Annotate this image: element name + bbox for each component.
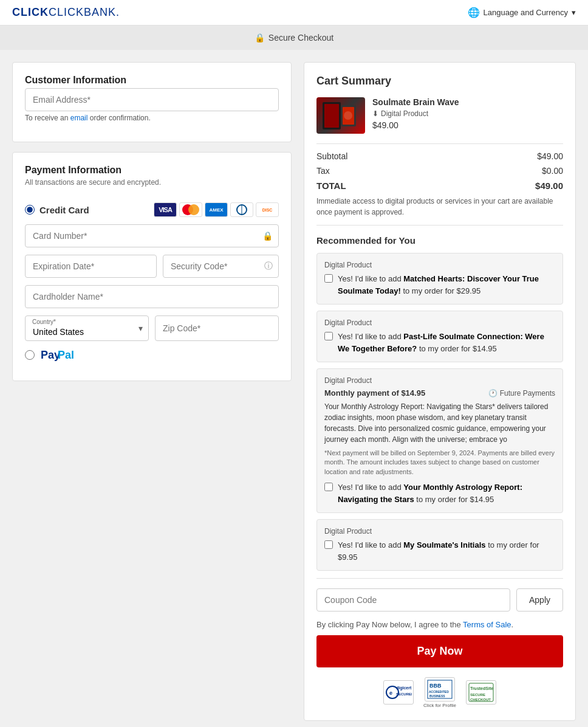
rec-item-4: Digital Product Yes! I'd like to add My … xyxy=(316,519,563,571)
secure-checkout-banner: 🔒 Secure Checkout xyxy=(0,26,588,50)
svg-point-1 xyxy=(188,204,199,215)
email-group: To receive an email order confirmation. xyxy=(25,88,279,122)
card-number-input[interactable] xyxy=(25,224,279,247)
digital-product-tag: ⬇ Digital Product xyxy=(372,109,563,118)
rec-item-2: Digital Product Yes! I'd like to add Pas… xyxy=(316,311,563,362)
bbb-badge: BBB ACCREDITED BUSINESS Click for Profil… xyxy=(423,677,456,708)
rec-item-3-desc: Your Monthly Astrology Report: Navigatin… xyxy=(324,401,555,445)
logo: CLICKCLICKBANK. xyxy=(12,6,120,19)
svg-text:ACCREDITED: ACCREDITED xyxy=(429,690,449,694)
rec-item-3-type: Digital Product xyxy=(324,376,555,385)
rec-item-2-type: Digital Product xyxy=(324,319,555,327)
country-zip-group: Country* United States ▾ xyxy=(25,315,279,341)
product-name: Soulmate Brain Wave xyxy=(372,97,563,107)
mastercard-icon xyxy=(179,202,202,217)
recommended-title: Recommended for You xyxy=(316,235,563,246)
security-wrapper: ⓘ xyxy=(163,255,279,278)
download-icon: ⬇ xyxy=(372,109,378,118)
credit-card-text: Credit Card xyxy=(39,205,89,215)
rec-item-3-checkbox[interactable] xyxy=(324,483,333,491)
cart-summary-title: Cart Summary xyxy=(316,75,563,88)
apply-button[interactable]: Apply xyxy=(516,588,563,612)
product-row: Soulmate Brain Wave ⬇ Digital Product $4… xyxy=(316,97,563,134)
payment-subtitle: All transactions are secure and encrypte… xyxy=(25,178,279,187)
svg-text:e: e xyxy=(389,690,392,696)
rec-item-4-checkbox[interactable] xyxy=(324,540,333,549)
svg-text:BUSINESS: BUSINESS xyxy=(429,694,445,698)
lock-icon: 🔒 xyxy=(255,33,265,43)
coupon-row: Apply xyxy=(316,588,563,612)
header: CLICKCLICKBANK. 🌐 Language and Currency … xyxy=(0,0,588,26)
subtotal-label: Subtotal xyxy=(316,151,347,161)
email-field[interactable] xyxy=(25,88,279,111)
total-line: TOTAL $49.00 xyxy=(316,181,563,191)
trust-badges: e digicert SECURED BBB ACCREDITED BUSINE… xyxy=(316,677,563,708)
rec-item-2-checkbox[interactable] xyxy=(324,332,333,340)
svg-text:BBB: BBB xyxy=(429,683,442,689)
exp-security-group: ⓘ xyxy=(25,255,279,278)
credit-card-label[interactable]: Credit Card xyxy=(25,205,89,215)
diners-icon xyxy=(230,202,253,217)
credit-card-radio[interactable] xyxy=(25,205,35,215)
language-currency-selector[interactable]: 🌐 Language and Currency ▾ xyxy=(468,7,576,18)
svg-text:SECURED: SECURED xyxy=(396,692,412,696)
rec-item-1-type: Digital Product xyxy=(324,261,555,269)
rec-item-4-text: Yes! I'd like to add My Soulmate's Initi… xyxy=(338,539,555,563)
divider-1 xyxy=(316,143,563,144)
paypal-radio[interactable] xyxy=(25,350,35,360)
divider-2 xyxy=(316,225,563,226)
terms-of-sale-link[interactable]: Terms of Sale xyxy=(463,620,511,629)
paypal-logo: Pay Pal xyxy=(41,347,89,362)
credit-card-method: Credit Card VISA AMEX xyxy=(25,195,279,224)
svg-text:Pal: Pal xyxy=(58,349,74,361)
left-column: Customer Information To receive an email… xyxy=(12,62,292,721)
paypal-section: Pay Pal xyxy=(25,341,279,368)
email-link[interactable]: email xyxy=(70,114,88,122)
svg-text:CHECKOUT: CHECKOUT xyxy=(470,698,491,701)
card-number-group: 🔒 xyxy=(25,224,279,247)
amex-icon: AMEX xyxy=(205,202,228,217)
rec-item-3-note: *Next payment will be billed on Septembe… xyxy=(324,449,555,477)
card-lock-icon: 🔒 xyxy=(262,231,273,241)
rec-item-2-text: Yes! I'd like to add Past-Life Soulmate … xyxy=(338,331,555,354)
cardholder-group xyxy=(25,285,279,308)
subtotal-line: Subtotal $49.00 xyxy=(316,151,563,161)
subtotal-value: $49.00 xyxy=(537,151,563,161)
email-hint: To receive an email order confirmation. xyxy=(25,114,279,122)
visa-icon: VISA xyxy=(154,202,177,217)
right-column: Cart Summary Soulmate Brain Wave ⬇ xyxy=(304,62,576,721)
svg-rect-7 xyxy=(324,104,339,128)
product-image xyxy=(316,97,365,134)
rec-item-1: Digital Product Yes! I'd like to add Mat… xyxy=(316,253,563,305)
monthly-header: Monthly payment of $14.95 🕐 Future Payme… xyxy=(324,388,555,398)
divider-3 xyxy=(316,578,563,579)
main-container: Customer Information To receive an email… xyxy=(0,50,588,727)
expiration-input[interactable] xyxy=(25,255,157,278)
card-icons: VISA AMEX DISC xyxy=(154,202,279,217)
total-value: $49.00 xyxy=(535,181,563,191)
terms-text: By clicking Pay Now below, I agree to th… xyxy=(316,620,563,629)
rec-item-4-type: Digital Product xyxy=(324,527,555,536)
coupon-input[interactable] xyxy=(316,588,510,612)
secure-checkout-text: Secure Checkout xyxy=(268,33,333,43)
rec-item-3: Digital Product Monthly payment of $14.9… xyxy=(316,368,563,513)
tax-line: Tax $0.00 xyxy=(316,166,563,176)
tax-value: $0.00 xyxy=(542,166,563,176)
rec-item-1-text: Yes! I'd like to add Matched Hearts: Dis… xyxy=(338,273,555,297)
country-wrapper: Country* United States ▾ xyxy=(25,315,149,341)
payment-info-card: Payment Information All transactions are… xyxy=(12,152,292,381)
security-code-input[interactable] xyxy=(163,255,279,278)
customer-info-card: Customer Information To receive an email… xyxy=(12,62,292,142)
future-payments: 🕐 Future Payments xyxy=(488,389,555,398)
monthly-label: Monthly payment of $14.95 xyxy=(324,388,425,398)
zip-code-input[interactable] xyxy=(155,315,279,341)
recommended-section: Recommended for You Digital Product Yes!… xyxy=(316,235,563,571)
security-info-icon[interactable]: ⓘ xyxy=(264,261,273,272)
svg-text:TrustedSite: TrustedSite xyxy=(470,686,493,691)
cardholder-name-input[interactable] xyxy=(25,285,279,308)
pay-now-button[interactable]: Pay Now xyxy=(316,635,563,667)
rec-item-1-checkbox[interactable] xyxy=(324,274,333,283)
product-info: Soulmate Brain Wave ⬇ Digital Product $4… xyxy=(372,97,563,134)
svg-point-10 xyxy=(344,111,352,120)
payment-info-title: Payment Information xyxy=(25,165,279,176)
